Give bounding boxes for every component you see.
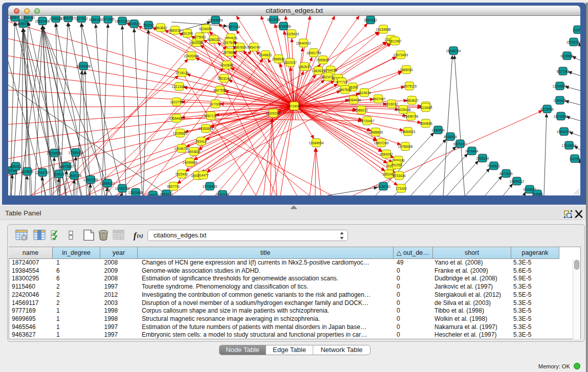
- svg-text:1610755: 1610755: [170, 100, 183, 104]
- svg-text:1733426: 1733426: [393, 174, 406, 178]
- svg-text:19166825: 19166825: [173, 132, 188, 135]
- svg-text:12505135: 12505135: [67, 174, 82, 178]
- svg-text:835051: 835051: [10, 165, 21, 168]
- svg-text:20053346: 20053346: [76, 64, 91, 68]
- svg-text:12942757: 12942757: [35, 171, 50, 174]
- svg-text:6897508: 6897508: [338, 88, 352, 92]
- svg-text:15720407: 15720407: [360, 119, 375, 123]
- svg-text:1440954: 1440954: [431, 128, 445, 132]
- svg-text:13325419: 13325419: [285, 32, 299, 36]
- svg-text:15640910: 15640910: [296, 41, 311, 45]
- svg-text:16648784: 16648784: [446, 49, 461, 53]
- svg-text:114519: 114519: [53, 172, 64, 176]
- svg-text:18724007: 18724007: [287, 104, 302, 108]
- svg-text:19218506: 19218506: [276, 25, 291, 28]
- svg-text:19654925: 19654925: [169, 117, 184, 120]
- svg-text:2069140: 2069140: [21, 16, 35, 19]
- svg-text:15692971: 15692971: [557, 130, 572, 134]
- svg-text:10607487: 10607487: [371, 97, 386, 101]
- svg-text:(x): (x): [137, 233, 143, 239]
- svg-text:9129966: 9129966: [560, 54, 574, 58]
- svg-text:417006: 417006: [210, 102, 221, 106]
- svg-text:16961758: 16961758: [307, 51, 321, 55]
- svg-text:8471676: 8471676: [499, 172, 513, 176]
- svg-text:2718126: 2718126: [176, 71, 189, 75]
- svg-text:8813054: 8813054: [267, 18, 280, 21]
- svg-text:12093873: 12093873: [553, 84, 568, 88]
- svg-text:914477: 914477: [198, 173, 209, 177]
- svg-text:751552: 751552: [143, 24, 154, 27]
- svg-text:6794028: 6794028: [324, 69, 337, 72]
- svg-text:252254: 252254: [391, 163, 402, 167]
- svg-text:17957255: 17957255: [83, 178, 98, 182]
- svg-text:22420046: 22420046: [184, 54, 199, 58]
- svg-text:19384554: 19384554: [309, 141, 324, 145]
- svg-text:977716: 977716: [336, 80, 347, 84]
- svg-text:3875685: 3875685: [223, 51, 236, 54]
- svg-text:9463112: 9463112: [160, 192, 173, 196]
- svg-text:924565: 924565: [532, 192, 543, 196]
- svg-text:1811967: 1811967: [389, 39, 402, 43]
- svg-text:10025438: 10025438: [396, 108, 411, 112]
- svg-text:173342: 173342: [396, 187, 407, 190]
- svg-text:9245231: 9245231: [146, 193, 160, 196]
- svg-text:1362615: 1362615: [298, 65, 311, 69]
- svg-text:8427552: 8427552: [213, 89, 227, 92]
- svg-text:8215958: 8215958: [540, 107, 554, 111]
- svg-text:26206516: 26206516: [47, 151, 62, 155]
- svg-text:8186323: 8186323: [207, 38, 221, 41]
- svg-text:111254: 111254: [573, 28, 580, 32]
- svg-text:16136141: 16136141: [376, 185, 391, 188]
- svg-text:12213309: 12213309: [172, 85, 187, 89]
- svg-text:7857224: 7857224: [227, 25, 240, 29]
- svg-text:1115689: 1115689: [21, 170, 34, 173]
- svg-text:9327508: 9327508: [223, 41, 236, 45]
- svg-text:2087682: 2087682: [364, 18, 377, 22]
- svg-text:2588520: 2588520: [272, 57, 285, 61]
- svg-text:13353594: 13353594: [199, 127, 213, 130]
- svg-text:10958107: 10958107: [100, 182, 115, 185]
- svg-text:14099469: 14099469: [183, 161, 198, 164]
- svg-text:12923448: 12923448: [128, 191, 143, 194]
- svg-text:16154838: 16154838: [376, 28, 391, 31]
- svg-text:9699695: 9699695: [419, 122, 432, 125]
- svg-text:17016504: 17016504: [562, 144, 577, 147]
- svg-text:783412: 783412: [195, 140, 207, 143]
- svg-text:18300295: 18300295: [266, 112, 281, 115]
- svg-text:6466160: 6466160: [89, 18, 102, 21]
- svg-text:10654112: 10654112: [510, 180, 525, 183]
- svg-text:3624534: 3624534: [358, 91, 371, 95]
- svg-text:15751074: 15751074: [567, 40, 580, 44]
- svg-text:12975115: 12975115: [402, 84, 417, 88]
- svg-text:9115460: 9115460: [420, 106, 432, 110]
- svg-text:20364436: 20364436: [346, 98, 361, 102]
- svg-text:1071915: 1071915: [101, 17, 115, 21]
- svg-text:19055713: 19055713: [16, 22, 31, 26]
- svg-text:17359928: 17359928: [69, 151, 83, 155]
- svg-text:20691406: 20691406: [35, 19, 50, 23]
- svg-text:7632621: 7632621: [487, 164, 500, 168]
- svg-text:10688609: 10688609: [368, 130, 383, 134]
- svg-text:10973493: 10973493: [394, 53, 408, 57]
- svg-text:6216012: 6216012: [385, 102, 398, 106]
- svg-text:6322037: 6322037: [284, 61, 297, 64]
- svg-text:891295: 891295: [182, 32, 193, 35]
- svg-text:2803144: 2803144: [217, 77, 231, 80]
- svg-text:16210643: 16210643: [554, 115, 569, 118]
- svg-text:9463627: 9463627: [405, 99, 419, 102]
- svg-text:18807249: 18807249: [374, 141, 389, 145]
- svg-text:16543382: 16543382: [189, 41, 204, 45]
- svg-text:7955812: 7955812: [316, 58, 330, 62]
- svg-text:8938928: 8938928: [444, 135, 457, 139]
- svg-text:1527602: 1527602: [75, 17, 88, 20]
- svg-text:1493822: 1493822: [187, 150, 201, 154]
- svg-text:9146821: 9146821: [259, 53, 272, 57]
- svg-text:10653287: 10653287: [61, 16, 76, 20]
- svg-text:19955713: 19955713: [8, 16, 23, 19]
- svg-text:9227343: 9227343: [556, 70, 570, 73]
- svg-text:19654923: 19654923: [401, 130, 416, 134]
- svg-text:7986372: 7986372: [355, 108, 368, 112]
- svg-text:3242845: 3242845: [220, 63, 233, 67]
- svg-text:5226058: 5226058: [199, 27, 212, 31]
- svg-text:9860012: 9860012: [168, 29, 182, 32]
